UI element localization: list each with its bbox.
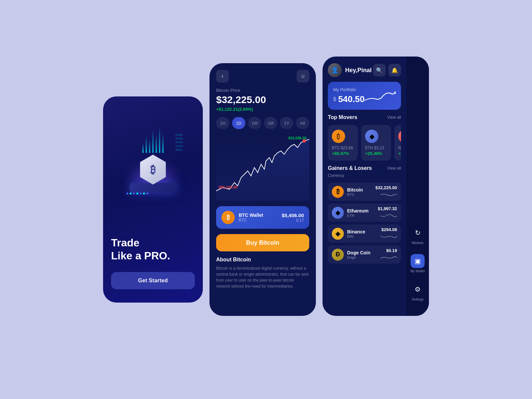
dot — [126, 193, 128, 195]
coin-left-btc: ₿ Bitcoin BTC — [332, 186, 363, 198]
doge-price: $0.19 — [386, 248, 397, 253]
ethereum-name: Ethareum — [347, 208, 369, 213]
portfolio-sparkline — [364, 87, 396, 104]
btc-3d-illustration: 0100110110011011101000111 — [116, 123, 190, 196]
bitcoin-icon: ₿ — [332, 186, 344, 198]
phone-onboarding: 0100110110011011101000111 — [103, 96, 203, 303]
mover-eth-change: +25.48% — [365, 151, 387, 156]
filter-1h[interactable]: 1H — [216, 117, 229, 129]
dot — [143, 193, 145, 195]
doge-name: Doge Coin — [347, 250, 370, 255]
dot — [140, 193, 142, 195]
search-button[interactable]: 🔍 — [373, 64, 386, 76]
settings-icon-wrap: ⚙ — [411, 282, 425, 296]
about-title: About Bitcoin — [216, 257, 309, 263]
binance-name: Binance — [347, 229, 365, 234]
gainers-header: Gainers & Losers View all — [328, 165, 401, 171]
wallet-left: ₿ BTC Wallet BTC — [221, 211, 263, 224]
get-started-button[interactable]: Get Started — [111, 272, 195, 289]
price-header: ‹ ☆ — [216, 70, 309, 82]
markets-icon-wrap: ↻ — [411, 226, 425, 240]
portfolio-card: My Portfolio $ 540.50 — [328, 82, 401, 110]
dash-header: 👤 Hey,Pinal 🔍 🔔 — [328, 63, 401, 77]
portfolio-value: 540.50 — [338, 94, 365, 104]
mover-ripple-icon: ◉ — [398, 130, 401, 143]
mover-ripple-change: +22.3% — [398, 151, 401, 156]
phone1-text: Trade Like a PRO. Get Started — [111, 236, 195, 289]
wallet-symbol: BTC — [239, 218, 263, 222]
binance-symbol: BIN — [347, 234, 365, 238]
back-button[interactable]: ‹ — [216, 70, 229, 82]
filter-1d[interactable]: 1D — [232, 117, 245, 129]
filter-all[interactable]: All — [296, 117, 309, 129]
mover-ripple: ◉ Ripple +22.3% — [394, 125, 401, 161]
favorite-button[interactable]: ☆ — [297, 70, 309, 82]
doge-symbol: Doge — [347, 255, 370, 259]
filter-1m[interactable]: 1M — [264, 117, 277, 129]
portfolio-value-row: $ 540.50 — [333, 94, 364, 104]
binance-info: Binance BIN — [347, 229, 365, 238]
chart-low-label: $30,124.00 — [219, 185, 237, 189]
coin-row-doge: Ð Doge Coin Doge $0.19 — [328, 245, 401, 264]
ethereum-symbol: ETH — [347, 213, 369, 217]
coin-list: ₿ Bitcoin BTC $32,225.00 — [328, 183, 401, 264]
coin-left-eth: ◆ Ethareum ETH — [332, 207, 369, 219]
top-movers-view-all[interactable]: View all — [387, 115, 401, 120]
markets-icon: ↻ — [415, 229, 421, 237]
top-movers-header: Top Movers View all — [328, 114, 401, 120]
binance-price: $294.08 — [381, 227, 397, 232]
bitcoin-price: $32,225.00 — [375, 185, 397, 190]
bar-chart — [142, 126, 164, 153]
bitcoin-wave — [380, 192, 397, 198]
price-change: +$1,122.21(2.04%) — [216, 107, 309, 112]
mover-eth-price: ETH $3.23 — [365, 146, 387, 150]
greeting-text: Hey,Pinal — [345, 67, 372, 74]
dashboard-inner: 👤 Hey,Pinal 🔍 🔔 My Portfolio $ 540.5 — [323, 57, 429, 316]
chart-high-label: $32,586.00 — [288, 136, 307, 140]
wallet-usd-value: $5,406.00 — [282, 212, 304, 218]
coin-right-eth: $1,997.32 — [378, 206, 397, 219]
wallet-nav-icon: ▣ — [415, 257, 421, 265]
nav-markets[interactable]: ↻ Markets — [406, 221, 429, 249]
mover-btc-icon: ₿ — [332, 130, 345, 143]
doge-info: Doge Coin Doge — [347, 250, 370, 259]
nav-wallet[interactable]: ▣ My Wallet — [406, 249, 429, 278]
coin-left-bin: ◈ Binance BIN — [332, 228, 365, 240]
btc-wallet-card: ₿ BTC Wallet BTC $5,406.00 0.17 — [216, 206, 309, 229]
dot — [146, 193, 148, 195]
filter-1w[interactable]: 1W — [248, 117, 261, 129]
movers-row: ₿ BTC $23.68 +80.87% ◆ ETH $3.23 +25.48%… — [328, 125, 401, 161]
avatar: 👤 — [328, 63, 342, 77]
dots-grid — [126, 193, 148, 195]
mover-btc: ₿ BTC $23.68 +80.87% — [328, 125, 358, 161]
right-sidebar-nav: ↻ Markets ▣ My Wallet ⚙ Settings — [406, 57, 429, 316]
gainers-title: Gainers & Losers — [328, 165, 372, 171]
filter-1y[interactable]: 1Y — [280, 117, 293, 129]
bitcoin-symbol: BTC — [347, 193, 363, 197]
nav-settings[interactable]: ⚙ Settings — [406, 278, 429, 306]
coin-left-doge: Ð Doge Coin Doge — [332, 249, 370, 261]
settings-icon: ⚙ — [415, 285, 421, 293]
bitcoin-info: Bitcoin BTC — [347, 187, 363, 197]
markets-label: Markets — [412, 241, 424, 245]
ethereum-wave — [380, 212, 397, 219]
notification-button[interactable]: 🔔 — [388, 64, 401, 76]
mover-btc-price: BTC $23.68 — [332, 146, 354, 150]
time-filters: 1H 1D 1W 1M 1Y All — [216, 117, 309, 129]
binance-wave — [380, 233, 397, 240]
header-icons: 🔍 🔔 — [373, 64, 401, 76]
dot — [133, 193, 135, 195]
portfolio-left: My Portfolio $ 540.50 — [333, 87, 364, 104]
coin-right-doge: $0.19 — [380, 248, 397, 261]
mover-ripple-price: Ripple — [398, 146, 401, 150]
wallet-label: My Wallet — [410, 269, 425, 273]
gainers-col-header: Currency — [328, 173, 401, 178]
phone-bitcoin-price: ‹ ☆ Bitcoin Price $32,225.00 +$1,122.21(… — [209, 63, 316, 316]
about-text: Bitcoin is a decentralized digital curre… — [216, 265, 309, 289]
phone-dashboard: 👤 Hey,Pinal 🔍 🔔 My Portfolio $ 540.5 — [323, 57, 429, 316]
buy-bitcoin-button[interactable]: Buy Bitcoin — [216, 234, 309, 251]
user-info: 👤 Hey,Pinal — [328, 63, 372, 77]
gainers-view-all[interactable]: View all — [387, 166, 401, 171]
portfolio-label: My Portfolio — [333, 87, 364, 92]
top-movers-title: Top Movers — [328, 114, 357, 120]
